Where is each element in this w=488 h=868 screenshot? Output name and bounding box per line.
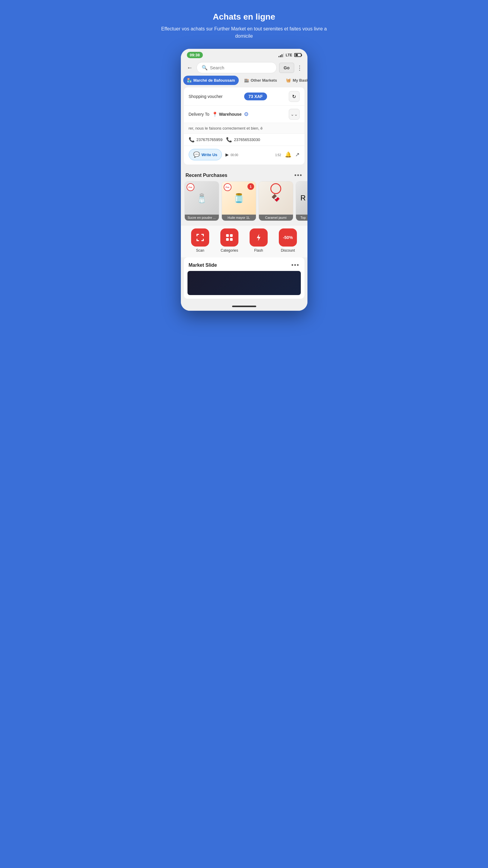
recent-purchases-header: Recent Purchases ••• bbox=[181, 167, 307, 181]
search-icon: 🔍 bbox=[202, 65, 208, 70]
more-menu-button[interactable]: ⋮ bbox=[297, 64, 303, 71]
tab-my-baskets-label: My Baskets bbox=[293, 78, 307, 83]
product-img-sugar: 🧂 Fm bbox=[185, 181, 219, 215]
product-img-oil: 🫙 Fm 1 bbox=[222, 181, 256, 215]
product-label-oil: Huile mayor 1L bbox=[222, 215, 256, 221]
flash-label: Flash bbox=[254, 248, 263, 253]
product-label-caramel: Caramel jaumi bbox=[259, 215, 293, 221]
audio-player: ▶ 00:00 1:52 bbox=[225, 152, 281, 157]
recent-purchases-section: Recent Purchases ••• 🧂 Fm Sucre en poudr… bbox=[181, 167, 307, 225]
voucher-row: Shopping voucher 73 XAF ↻ bbox=[184, 87, 304, 106]
tab-marche[interactable]: 🏪 Marché de Bafoussam bbox=[183, 76, 239, 85]
share-button[interactable]: ↗ bbox=[295, 151, 300, 158]
delivery-warehouse: Warehouse bbox=[219, 112, 242, 117]
tab-my-baskets[interactable]: 🧺 My Baskets bbox=[282, 76, 307, 85]
search-input-wrap: 🔍 bbox=[196, 62, 277, 73]
tab-marche-icon: 🏪 bbox=[187, 78, 192, 83]
flash-item[interactable]: Flash bbox=[250, 228, 268, 253]
scan-icon bbox=[195, 233, 205, 242]
svg-rect-9 bbox=[230, 234, 233, 237]
search-bar: ← 🔍 Go ⋮ bbox=[181, 60, 307, 76]
signal-icon bbox=[278, 53, 284, 57]
phone-item-2[interactable]: 📞 237656533030 bbox=[226, 137, 260, 143]
phone-icon-1: 📞 bbox=[189, 137, 195, 143]
market-slide-header: Market Slide ••• bbox=[184, 257, 304, 271]
product-img-caramel: 🍫 bbox=[259, 181, 293, 215]
phone-row: 📞 237675765959 📞 237656533030 bbox=[184, 134, 304, 146]
audio-times: 00:00 1:52 bbox=[231, 153, 281, 157]
tab-other-markets-icon: 🏬 bbox=[244, 78, 249, 83]
actions-row: 💬 Write Us ▶ 00:00 1:52 🔔 ↗ bbox=[184, 146, 304, 164]
svg-rect-5 bbox=[196, 239, 197, 241]
svg-rect-7 bbox=[203, 239, 204, 241]
lte-label: LTE bbox=[286, 53, 293, 57]
product-card-sugar[interactable]: 🧂 Fm Sucre en poudre ... bbox=[184, 181, 219, 221]
voucher-label: Shopping voucher bbox=[189, 94, 223, 99]
svg-rect-10 bbox=[226, 238, 229, 241]
product-card-partial[interactable]: R Top bbox=[296, 181, 307, 221]
marquee-text: rer, nous le faisons correctement et bie… bbox=[184, 123, 304, 134]
product-img-partial: R bbox=[296, 181, 307, 215]
recent-purchases-more-button[interactable]: ••• bbox=[294, 172, 302, 179]
phone-frame: 09:38 LTE ← 🔍 Go ⋮ 🏪 Marché bbox=[181, 49, 307, 311]
refresh-button[interactable]: ↻ bbox=[289, 91, 300, 102]
voucher-value: 73 XAF bbox=[244, 93, 267, 100]
market-slide-section: Market Slide ••• bbox=[184, 257, 304, 299]
product-label-partial: Top bbox=[296, 215, 307, 221]
flash-button[interactable] bbox=[250, 228, 268, 247]
categories-icon bbox=[224, 233, 234, 242]
phone-item-1[interactable]: 📞 237675765959 bbox=[189, 137, 223, 143]
audio-current: 00:00 bbox=[231, 153, 238, 157]
settings-icon[interactable]: ⚙ bbox=[244, 111, 249, 118]
product-card-caramel[interactable]: 🍫 Caramel jaumi bbox=[258, 181, 293, 221]
delivery-label: Delivery To bbox=[189, 112, 210, 117]
search-input[interactable] bbox=[210, 65, 272, 70]
status-right: LTE bbox=[278, 53, 301, 57]
audio-progress-wrap: 00:00 1:52 bbox=[231, 153, 281, 157]
status-bar: 09:38 LTE bbox=[181, 49, 307, 60]
svg-marker-12 bbox=[257, 234, 261, 241]
market-slide-more-button[interactable]: ••• bbox=[291, 261, 299, 269]
double-chevron-button[interactable]: ⌄⌄ bbox=[289, 109, 300, 120]
bottom-icons: Scan Categories Flash bbox=[181, 225, 307, 257]
write-us-button[interactable]: 💬 Write Us bbox=[189, 149, 222, 160]
scan-button[interactable] bbox=[191, 228, 209, 247]
delivery-row: Delivery To 📍 Warehouse ⚙ ⌄⌄ bbox=[184, 106, 304, 123]
flash-icon bbox=[254, 233, 264, 242]
tab-other-markets-label: Other Markets bbox=[251, 78, 277, 83]
phone-number-1: 237675765959 bbox=[196, 137, 223, 142]
tab-my-baskets-icon: 🧺 bbox=[286, 78, 291, 83]
discount-icon: -50% bbox=[283, 235, 293, 240]
scan-item[interactable]: Scan bbox=[191, 228, 209, 253]
categories-button[interactable] bbox=[220, 228, 238, 247]
audio-total: 1:52 bbox=[275, 153, 281, 157]
product-ring bbox=[270, 183, 281, 194]
page-header: Achats en ligne Effectuer vos achats sur… bbox=[154, 12, 335, 40]
play-button[interactable]: ▶ bbox=[225, 152, 229, 157]
bell-button[interactable]: 🔔 bbox=[285, 151, 292, 158]
recent-purchases-title: Recent Purchases bbox=[186, 173, 227, 178]
location-pin-icon: 📍 bbox=[212, 112, 218, 117]
phone-number-2: 237656533030 bbox=[234, 137, 260, 142]
svg-rect-8 bbox=[226, 234, 229, 237]
home-indicator bbox=[181, 302, 307, 311]
back-button[interactable]: ← bbox=[186, 63, 194, 72]
product-card-oil[interactable]: 🫙 Fm 1 Huile mayor 1L bbox=[221, 181, 256, 221]
market-slide-image bbox=[187, 271, 301, 295]
nav-tabs: 🏪 Marché de Bafoussam 🏬 Other Markets 🧺 … bbox=[181, 76, 307, 87]
scan-label: Scan bbox=[196, 248, 204, 253]
product-label-sugar: Sucre en poudre ... bbox=[185, 215, 219, 221]
svg-rect-11 bbox=[230, 238, 233, 241]
chat-icon: 💬 bbox=[193, 151, 200, 158]
write-us-label: Write Us bbox=[202, 153, 218, 157]
discount-button[interactable]: -50% bbox=[279, 228, 297, 247]
fm-logo-1: Fm bbox=[187, 183, 194, 191]
tab-other-markets[interactable]: 🏬 Other Markets bbox=[241, 76, 281, 85]
discount-item[interactable]: -50% Discount bbox=[279, 228, 297, 253]
categories-item[interactable]: Categories bbox=[220, 228, 238, 253]
svg-rect-3 bbox=[203, 234, 204, 236]
product-num-badge: 1 bbox=[247, 183, 254, 190]
home-bar bbox=[232, 306, 256, 307]
discount-label: Discount bbox=[281, 248, 295, 253]
go-button[interactable]: Go bbox=[279, 63, 294, 73]
